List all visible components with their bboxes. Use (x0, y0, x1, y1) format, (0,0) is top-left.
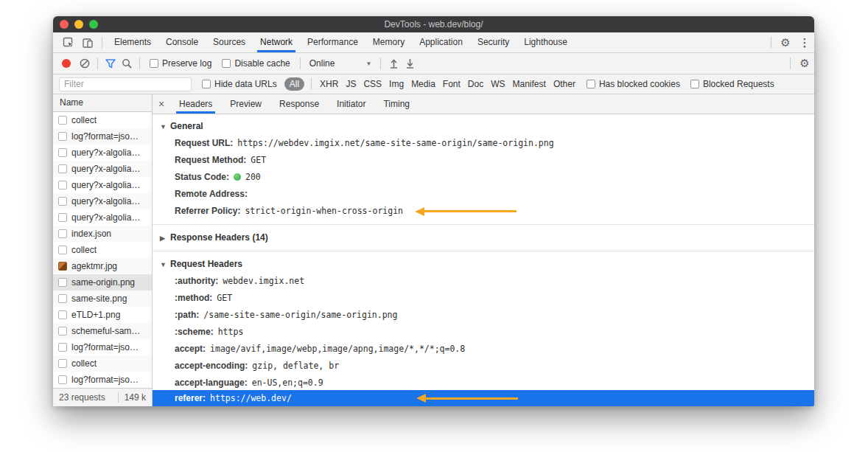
clear-network-log-icon[interactable] (77, 55, 93, 72)
details-tab-initiator[interactable]: Initiator (328, 94, 374, 114)
device-toolbar-icon[interactable] (78, 33, 97, 52)
tab-lighthouse[interactable]: Lighthouse (517, 32, 575, 52)
header-row-scheme: :scheme:https (153, 324, 814, 341)
request-row[interactable]: same-site.png (53, 291, 152, 307)
type-filter-other[interactable]: Other (550, 79, 579, 89)
zoom-window-button[interactable] (89, 20, 98, 29)
request-row[interactable]: collect (53, 242, 152, 258)
file-icon (58, 375, 67, 384)
tab-sources[interactable]: Sources (206, 32, 253, 52)
filter-funnel-icon[interactable] (102, 55, 119, 72)
traffic-lights (60, 20, 98, 29)
request-row[interactable]: index.json (53, 226, 152, 242)
general-section-header[interactable]: ▼General (153, 118, 814, 135)
hide-data-urls-label: Hide data URLs (214, 79, 277, 89)
type-filter-all[interactable]: All (284, 77, 304, 91)
minimize-window-button[interactable] (74, 20, 83, 29)
file-icon (58, 310, 67, 319)
file-icon (58, 197, 67, 206)
details-tab-response[interactable]: Response (270, 94, 328, 114)
headers-content: ▼General Request URL:https://webdev.imgi… (153, 114, 814, 406)
record-network-log-icon[interactable] (62, 59, 71, 68)
import-har-icon[interactable] (385, 55, 402, 72)
network-settings-gear-icon[interactable]: ⚙ (795, 54, 814, 73)
name-column-header[interactable]: Name (53, 94, 152, 112)
request-row-selected[interactable]: same-origin.png (53, 274, 152, 291)
request-row[interactable]: agektmr.jpg (53, 258, 152, 274)
close-window-button[interactable] (60, 20, 69, 29)
type-filter-doc[interactable]: Doc (464, 79, 487, 89)
header-key: :method: (175, 293, 212, 303)
request-row[interactable]: log?format=jso… (53, 339, 152, 355)
request-row[interactable]: query?x-algolia… (53, 145, 152, 161)
request-row[interactable]: schemeful-sam… (53, 323, 152, 339)
tab-network[interactable]: Network (253, 32, 300, 52)
request-row[interactable]: log?format=jso… (53, 128, 152, 145)
request-row[interactable]: log?format=jso… (53, 372, 152, 388)
details-tab-preview[interactable]: Preview (221, 94, 270, 114)
tab-console[interactable]: Console (158, 32, 206, 52)
details-tab-timing[interactable]: Timing (374, 94, 419, 114)
blocked-requests-checkbox[interactable]: Blocked Requests (690, 79, 774, 89)
request-headers-section-header[interactable]: ▼Request Headers (153, 256, 814, 273)
search-icon[interactable] (119, 55, 135, 72)
has-blocked-cookies-checkbox[interactable]: Has blocked cookies (587, 79, 680, 89)
request-row[interactable]: query?x-algolia… (53, 193, 152, 209)
request-headers-title: Request Headers (170, 259, 242, 269)
header-row-method: :method:GET (153, 290, 814, 307)
header-row-accept-encoding: accept-encoding:gzip, deflate, br (153, 358, 814, 375)
type-filter-ws[interactable]: WS (487, 79, 508, 89)
tab-application[interactable]: Application (412, 32, 470, 52)
type-filter-media[interactable]: Media (407, 79, 439, 89)
export-har-icon[interactable] (402, 55, 418, 72)
hide-data-urls-checkbox[interactable]: Hide data URLs (202, 79, 277, 89)
request-list-panel: Name collect log?format=jso… query?x-alg… (53, 94, 153, 406)
header-row-request-url: Request URL:https://webdev.imgix.net/sam… (153, 135, 814, 152)
close-details-icon[interactable]: × (153, 98, 170, 110)
titlebar: DevTools - web.dev/blog/ (53, 16, 814, 32)
preserve-log-checkbox[interactable]: Preserve log (150, 58, 211, 69)
tab-performance[interactable]: Performance (300, 32, 365, 52)
tab-security[interactable]: Security (470, 32, 517, 52)
request-name: eTLD+1.png (71, 310, 120, 320)
tab-memory[interactable]: Memory (365, 32, 412, 52)
header-row-referrer-policy: Referrer Policy:strict-origin-when-cross… (153, 203, 814, 220)
devtools-window: DevTools - web.dev/blog/ Elements Consol… (53, 16, 814, 406)
type-filter-css[interactable]: CSS (360, 79, 385, 89)
more-options-icon[interactable]: ⋮ (795, 33, 814, 52)
type-filter-manifest[interactable]: Manifest (509, 79, 550, 89)
transferred-size: 149 k (119, 392, 152, 403)
status-ok-dot-icon (234, 173, 241, 181)
disable-cache-checkbox[interactable]: Disable cache (222, 58, 290, 69)
type-filter-img[interactable]: Img (385, 79, 407, 89)
request-row[interactable]: eTLD+1.png (53, 307, 152, 323)
header-key: :scheme: (175, 327, 214, 337)
request-row[interactable]: collect (53, 112, 152, 128)
request-row[interactable]: query?x-algolia… (53, 209, 152, 226)
request-name: same-site.png (71, 293, 127, 304)
request-row[interactable]: collect (53, 355, 152, 372)
type-filter-js[interactable]: JS (342, 79, 360, 89)
details-tab-headers[interactable]: Headers (170, 94, 221, 114)
file-icon (58, 359, 67, 368)
header-key: :path: (175, 310, 199, 320)
request-row[interactable]: query?x-algolia… (53, 177, 152, 193)
request-row[interactable]: query?x-algolia… (53, 161, 152, 177)
header-value: 200 (245, 172, 261, 182)
file-icon (58, 164, 67, 173)
header-value: https (218, 327, 244, 337)
response-headers-section-header[interactable]: ▶Response Headers (14) (153, 229, 814, 246)
settings-gear-icon[interactable]: ⚙ (776, 33, 795, 52)
filter-input[interactable] (59, 77, 192, 91)
throttling-dropdown[interactable]: Online ▼ (305, 58, 377, 69)
header-value: image/avif,image/webp,image/apng,image/*… (210, 344, 465, 354)
header-row-referer-highlighted[interactable]: referer:https://web.dev/ (153, 390, 814, 406)
type-filter-font[interactable]: Font (439, 79, 464, 89)
divider (153, 224, 814, 225)
header-value: GET (251, 155, 266, 165)
header-key: accept: (175, 344, 206, 354)
tab-elements[interactable]: Elements (107, 32, 158, 52)
type-filter-xhr[interactable]: XHR (316, 79, 342, 89)
file-icon (58, 294, 67, 303)
inspect-element-icon[interactable] (59, 33, 78, 52)
